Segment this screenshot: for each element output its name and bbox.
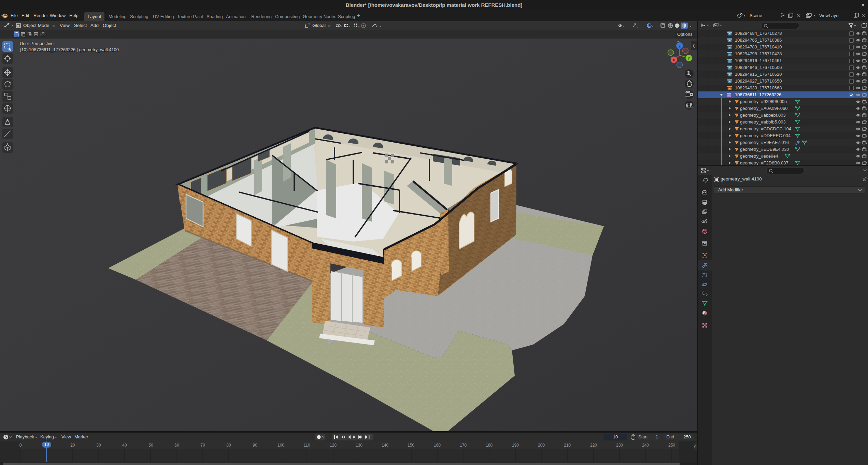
svg-text:Z: Z (679, 44, 681, 48)
svg-text:Y: Y (687, 56, 690, 60)
svg-text:X: X (672, 58, 675, 62)
